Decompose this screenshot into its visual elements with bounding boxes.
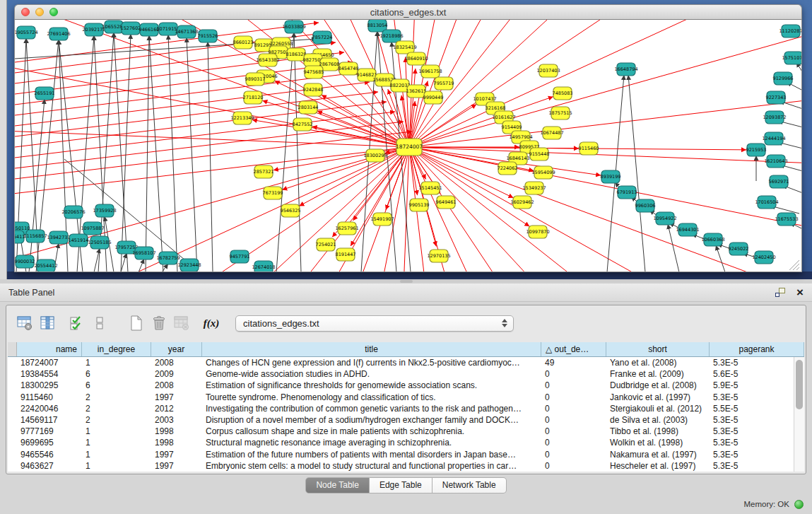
svg-text:3216168: 3216168 (486, 105, 506, 111)
svg-text:9905139: 9905139 (409, 202, 430, 208)
table-cell: 2 (81, 392, 151, 403)
table-cell: 1997 (151, 460, 201, 472)
table-cell (8, 449, 16, 460)
table-cell: 49 (541, 357, 606, 368)
table-cell: Estimation of significance thresholds fo… (201, 380, 541, 391)
table-row[interactable]: 969969511998Structural magnetic resonanc… (8, 437, 794, 448)
table-cell: 2012 (151, 403, 201, 414)
svg-text:17016504: 17016504 (755, 199, 778, 205)
table-cell (8, 426, 16, 437)
new-file-icon[interactable] (126, 313, 146, 333)
svg-text:10161627: 10161627 (492, 115, 515, 120)
svg-text:16029462: 16029462 (510, 199, 534, 205)
table-row[interactable]: 946554611997Estimation of the future num… (8, 449, 794, 460)
svg-text:16944301: 16944301 (676, 227, 699, 233)
table-cell: 5.6E-5 (709, 368, 794, 380)
table-selector-dropdown[interactable]: citations_edges.txt (235, 315, 514, 332)
svg-text:19055724: 19055724 (15, 30, 38, 35)
svg-text:12444194: 12444194 (762, 136, 785, 141)
svg-text:7955719: 7955719 (434, 81, 454, 86)
svg-text:16648794: 16648794 (614, 66, 637, 72)
table-row[interactable]: 2242004622012Investigating the contribut… (8, 403, 794, 414)
table-cell: Yano et al. (2008) (606, 357, 709, 368)
show-columns-icon[interactable] (37, 313, 57, 333)
svg-text:8191447: 8191447 (336, 252, 356, 257)
table-row[interactable]: 977716911998Corpus callosum shape and si… (8, 426, 794, 437)
table-cell: Tourette syndrome. Phenomenology and cla… (201, 392, 541, 403)
column-header-year[interactable]: year (151, 342, 202, 356)
svg-text:16543382: 16543382 (256, 57, 279, 63)
table-cell: 5.3E-5 (709, 392, 794, 403)
table-cell: 0 (541, 414, 606, 426)
column-header-name[interactable]: name (17, 342, 82, 356)
svg-text:8454749: 8454749 (339, 66, 359, 71)
left-dock-strip (0, 0, 7, 279)
table-cell: 0 (541, 380, 606, 391)
column-header-in_degree[interactable]: in_degree (82, 342, 151, 356)
svg-text:18724007: 18724007 (396, 144, 423, 150)
table-row[interactable]: 1938455462009Genome-wide association stu… (8, 368, 794, 380)
column-header-title[interactable]: title (202, 342, 541, 356)
svg-text:8939199: 8939199 (601, 174, 621, 180)
table-row[interactable]: 1830029562008Estimation of significance … (8, 380, 794, 391)
table-cell: 0 (541, 437, 606, 448)
network-graph[interactable]: 1905572427691406203921781065528715276029… (15, 20, 802, 272)
svg-text:10997870: 10997870 (526, 229, 549, 235)
table-cell: 9465546 (16, 449, 81, 460)
table-cell: Stergiakouli et al. (2012) (606, 403, 709, 414)
tab-edge-table[interactable]: Edge Table (370, 477, 433, 493)
svg-text:10954922: 10954922 (653, 216, 676, 221)
svg-text:16782759: 16782759 (156, 255, 180, 261)
svg-text:12923448: 12923448 (177, 262, 201, 268)
column-header-out_de[interactable]: △ out_de… (541, 342, 606, 356)
splitter-handle-icon[interactable] (400, 280, 413, 283)
table-cell (8, 403, 16, 414)
tab-node-table[interactable]: Node Table (305, 477, 370, 493)
svg-text:8813054: 8813054 (367, 23, 388, 28)
scrollbar-thumb[interactable] (796, 360, 803, 409)
svg-text:9227343: 9227343 (766, 95, 787, 100)
table-toolbar: f(x) citations_edges.txt (6, 305, 806, 341)
table-cell: Structural magnetic resonance image aver… (201, 437, 541, 448)
table-header-row: namein_degreeyeartitle△ out_de…shortpage… (8, 342, 804, 357)
table-mode-icon[interactable] (15, 313, 35, 333)
clear-selection-icon[interactable] (90, 313, 110, 333)
svg-text:14957904: 14957904 (509, 134, 532, 140)
function-builder-icon[interactable]: f(x) (201, 313, 221, 333)
svg-text:9215953: 9215953 (746, 147, 767, 153)
svg-text:16961758: 16961758 (418, 69, 442, 74)
delete-icon[interactable] (149, 313, 169, 333)
table-cell: 22420046 (16, 403, 81, 414)
table-row[interactable]: 1456911722003Disruption of a novel membe… (8, 414, 794, 426)
network-window: citations_edges.txt 19055724276914062039… (14, 4, 802, 272)
table-row[interactable]: 911546021997Tourette syndrome. Phenomeno… (8, 392, 794, 403)
column-header-short[interactable]: short (606, 342, 710, 356)
table-row[interactable]: 946362711997Embryonic stem cells: a mode… (8, 460, 794, 472)
table-cell: 9115460 (16, 392, 81, 403)
svg-text:12970135: 12970135 (427, 253, 450, 259)
svg-text:16210643: 16210643 (764, 158, 787, 164)
table-cell: 1 (81, 437, 151, 448)
svg-text:12402450: 12402450 (752, 255, 775, 260)
table-cell: 1 (81, 449, 151, 460)
float-window-icon[interactable] (775, 288, 785, 297)
table-cell: 18300295 (16, 380, 81, 391)
close-icon[interactable]: × (796, 288, 804, 298)
table-groupbox: f(x) citations_edges.txt namein_degreeye… (6, 305, 806, 474)
table-cell: 5.3E-5 (709, 357, 794, 368)
table-cell: 1 (81, 460, 151, 472)
table-vertical-scrollbar[interactable] (794, 357, 804, 472)
column-header-pagerank[interactable]: pagerank (710, 342, 804, 356)
network-window-titlebar[interactable]: citations_edges.txt (14, 4, 802, 20)
table-cell: de Silva et al. (2003) (606, 414, 709, 426)
svg-text:1362615: 1362615 (406, 88, 427, 94)
table-cell: Nakamura et al. (1997) (606, 449, 709, 460)
table-cell: 2003 (151, 414, 201, 426)
table-cell: 9699695 (16, 437, 81, 448)
table-cell: Genome-wide association studies in ADHD. (201, 368, 541, 380)
desktop-lower-band (0, 271, 812, 279)
tab-network-table[interactable]: Network Table (433, 477, 507, 493)
network-canvas[interactable]: 1905572427691406203921781065528715276029… (14, 20, 802, 272)
table-row[interactable]: 1872400712008Changes of HCN gene express… (8, 357, 794, 368)
select-all-icon[interactable] (67, 313, 87, 333)
